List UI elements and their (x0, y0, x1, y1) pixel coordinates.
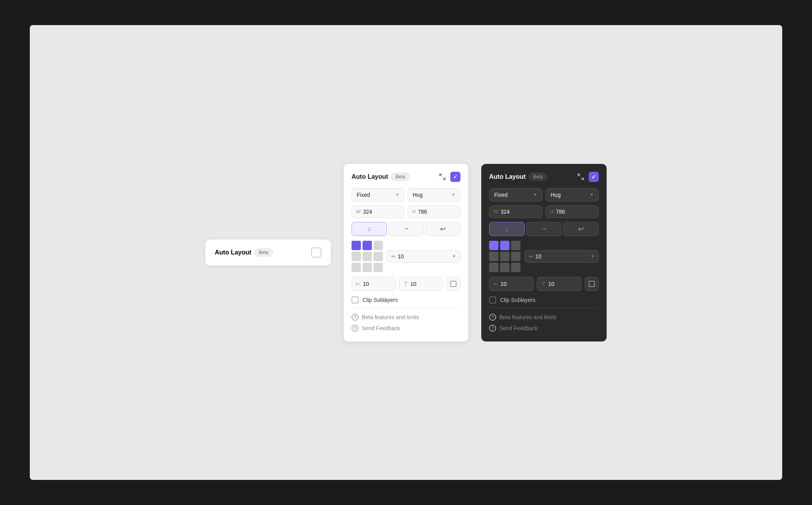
panel3-beta-link[interactable]: ? Beta features and limits (489, 312, 599, 323)
panel2-dropdown-row: Fixed ▼ Hug ▼ (352, 188, 460, 202)
panel3-beta-text: Beta features and limits (499, 314, 556, 320)
panel2-hug-dropdown[interactable]: Hug ▼ (408, 188, 460, 202)
panel3-gap-arrow: ▼ (591, 254, 594, 258)
svg-rect-0 (451, 281, 456, 287)
panel2-h-field[interactable]: H 786 (408, 205, 460, 218)
panel3-dropdown-row: Fixed ▼ Hug ▼ (489, 188, 599, 202)
panel2-gap-arrow: ▼ (452, 254, 456, 258)
panel3-title: Auto Layout (489, 173, 526, 180)
panel2-beta-text: Beta features and limits (362, 314, 419, 320)
svg-rect-1 (589, 281, 594, 287)
panel1-beta-badge: Beta (254, 249, 273, 256)
panel3-dir-down[interactable]: ↓ (489, 222, 525, 236)
panel2-gap-control[interactable]: ⇔ 10 ▼ (387, 250, 460, 263)
align-dot-d3[interactable] (489, 252, 498, 261)
align-dot-d0[interactable] (489, 241, 498, 250)
align-dot-d7[interactable] (500, 263, 509, 272)
panel2-h-value: 786 (418, 209, 427, 215)
panel2-dir-wrap[interactable]: ↩ (425, 222, 460, 236)
align-dot-d1[interactable] (500, 241, 509, 250)
panel2-fixed-label: Fixed (357, 192, 370, 198)
align-dot-4[interactable] (362, 252, 372, 261)
panel2-gap-icon: ⇔ (391, 253, 395, 259)
panel3-pad-v-icon: ⊢ (493, 281, 498, 287)
panel3-hug-dropdown[interactable]: Hug ▼ (546, 188, 599, 202)
panel2-header: Auto Layout Beta (352, 172, 460, 182)
align-dot-d8[interactable] (511, 263, 520, 272)
align-dot-d5[interactable] (511, 252, 520, 261)
panel3-fixed-label: Fixed (494, 192, 508, 198)
panel2-hug-arrow: ▼ (451, 193, 455, 197)
panel2-pad-h-icon: ⊤ (403, 281, 408, 287)
align-dot-0[interactable] (352, 241, 361, 250)
panel2-feedback-text: Send Feedback (362, 325, 400, 331)
align-dot-3[interactable] (352, 252, 361, 261)
panel2-align-grid (352, 241, 383, 272)
panel2-dir-down[interactable]: ↓ (352, 222, 387, 236)
panel2-dir-right[interactable]: → (388, 222, 424, 236)
panel1-checkbox[interactable] (311, 247, 321, 258)
panel2-pad-v-field[interactable]: ⊢ 10 (352, 277, 396, 291)
align-dot-6[interactable] (352, 263, 361, 272)
panel3-padding-row: ⊢ 10 ⊤ 10 (489, 277, 599, 291)
panel3-align-section: ⇔ 10 ▼ (489, 241, 599, 272)
panel3-pad-expand-btn[interactable] (585, 277, 599, 291)
panel3-gap-value: 10 (535, 253, 542, 260)
panel3-h-field[interactable]: H 786 (546, 205, 599, 218)
panel3-w-field[interactable]: W 324 (489, 205, 542, 218)
panel3-gap-icon: ⇔ (529, 253, 533, 259)
panel2-help-icon-1: ? (352, 314, 359, 321)
panel2-pad-v-icon: ⊢ (356, 281, 361, 287)
panel2-header-icons (438, 172, 460, 182)
panel2-help-icon-2: ? (352, 325, 359, 332)
panel2-pad-expand-btn[interactable] (446, 277, 460, 291)
panel2-clip-checkbox[interactable] (352, 296, 359, 303)
panel2-feedback-link[interactable]: ? Send Feedback (352, 323, 460, 334)
panel3-pad-v-field[interactable]: ⊢ 10 (489, 277, 534, 291)
panel3-fixed-dropdown[interactable]: Fixed ▼ (489, 188, 542, 202)
panel2-pad-h-field[interactable]: ⊤ 10 (399, 277, 443, 291)
panel3-help-icon-2: ? (489, 325, 496, 332)
align-dot-d6[interactable] (489, 263, 498, 272)
panel3-pad-v-value: 10 (500, 281, 507, 287)
panel3-help-icon-1: ? (489, 314, 496, 321)
panel2-fixed-arrow: ▼ (395, 193, 399, 197)
panel3-dir-wrap[interactable]: ↩ (563, 222, 599, 236)
panel3-feedback-text: Send Feedback (499, 325, 538, 331)
panel3-dir-right[interactable]: → (526, 222, 562, 236)
align-dot-2[interactable] (373, 241, 383, 250)
panel2-w-value: 324 (363, 209, 372, 215)
panel2-beta-link[interactable]: ? Beta features and limits (352, 312, 460, 323)
align-dot-5[interactable] (373, 252, 383, 261)
panel2-clip-row: Clip Sublayers (352, 296, 460, 308)
panel3-header-icons (576, 172, 599, 182)
panel3-clip-label: Clip Sublayers (500, 297, 535, 303)
panel3-beta-badge: Beta (529, 173, 547, 181)
panel2-title-group: Auto Layout Beta (352, 173, 410, 181)
panel2-h-label: H (412, 209, 415, 214)
panel2-wh-row: W 324 H 786 (352, 205, 460, 218)
panel3-hug-arrow: ▼ (590, 193, 594, 197)
align-dot-d2[interactable] (511, 241, 520, 250)
panel3-feedback-link[interactable]: ? Send Feedback (489, 323, 599, 334)
panel3-collapse-icon[interactable] (576, 172, 585, 182)
panel3-gap-control[interactable]: ⇔ 10 ▼ (524, 250, 599, 263)
panel3-checkbox[interactable] (589, 172, 599, 182)
panel2-collapse-icon[interactable] (438, 172, 447, 182)
align-dot-1[interactable] (362, 241, 372, 250)
panel2-w-label: W (356, 209, 361, 214)
panel2-w-field[interactable]: W 324 (352, 205, 404, 218)
panel2-fixed-dropdown[interactable]: Fixed ▼ (352, 188, 404, 202)
panel2-padding-row: ⊢ 10 ⊤ 10 (352, 277, 460, 291)
panel3-wh-row: W 324 H 786 (489, 205, 599, 218)
panel3-w-value: 324 (500, 209, 509, 215)
panel3-pad-h-icon: ⊤ (541, 281, 546, 287)
panel3-pad-h-field[interactable]: ⊤ 10 (537, 277, 582, 291)
panel3-clip-checkbox[interactable] (489, 296, 496, 303)
align-dot-d4[interactable] (500, 252, 509, 261)
panel2-checkbox[interactable] (450, 172, 460, 182)
align-dot-7[interactable] (362, 263, 372, 272)
panel3-align-grid (489, 241, 520, 272)
align-dot-8[interactable] (373, 263, 383, 272)
panel3-w-label: W (493, 209, 498, 214)
